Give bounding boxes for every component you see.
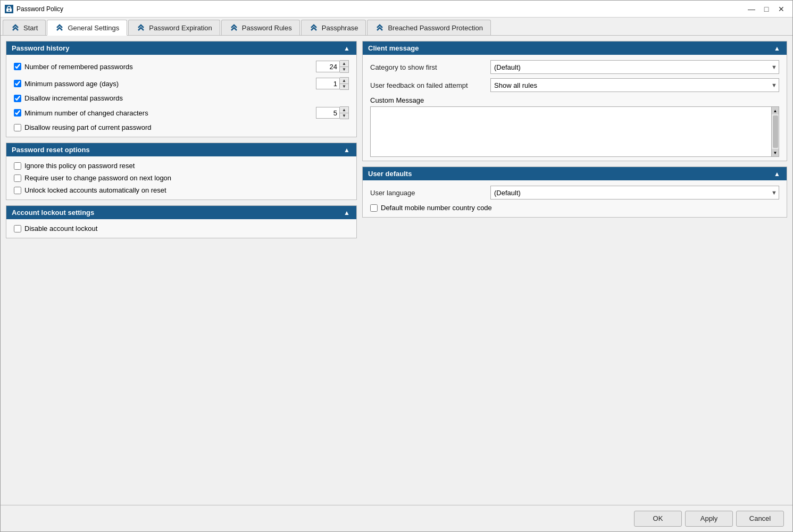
- password-history-collapse-btn[interactable]: ▲: [343, 45, 351, 52]
- tab-passphrase-label: Passphrase: [322, 24, 358, 32]
- ok-button[interactable]: OK: [634, 511, 682, 527]
- require-change-row: Require user to change password on next …: [14, 174, 349, 182]
- minimize-button[interactable]: —: [745, 3, 758, 15]
- remembered-passwords-down-btn[interactable]: ▼: [340, 66, 348, 72]
- disable-lockout-row: Disable account lockout: [14, 225, 349, 232]
- remembered-passwords-input[interactable]: [316, 61, 340, 72]
- client-message-title: Client message: [368, 44, 419, 52]
- scrollbar-up-btn[interactable]: ▲: [772, 107, 779, 114]
- right-panel: Client message ▲ Category to show first …: [362, 41, 787, 500]
- ignore-policy-checkbox[interactable]: [14, 162, 21, 170]
- maximize-button[interactable]: □: [759, 3, 773, 15]
- user-language-row: User language (Default) ▼: [370, 186, 779, 200]
- user-language-select-wrap: (Default) ▼: [490, 186, 779, 200]
- account-lockout-collapse-btn[interactable]: ▲: [343, 209, 351, 217]
- disallow-reusing-row: Disallow reusing part of current passwor…: [14, 123, 349, 131]
- min-password-age-up-btn[interactable]: ▲: [340, 78, 348, 84]
- left-panel: Password history ▲ Number of remembered …: [6, 41, 357, 500]
- unlock-locked-label: Unlock locked accounts automatically on …: [24, 186, 166, 194]
- user-language-label: User language: [370, 189, 487, 197]
- disable-lockout-checkbox-wrap: Disable account lockout: [14, 225, 349, 232]
- min-changed-chars-row: Minimum number of changed characters ▲ ▼: [14, 106, 349, 119]
- feedback-row: User feedback on failed attempt Show all…: [370, 78, 779, 92]
- remembered-passwords-checkbox[interactable]: [14, 63, 21, 70]
- min-changed-chars-up-btn[interactable]: ▲: [340, 107, 348, 113]
- password-history-body: Number of remembered passwords ▲ ▼: [6, 55, 356, 137]
- mobile-country-checkbox[interactable]: [370, 204, 378, 212]
- unlock-locked-checkbox-wrap: Unlock locked accounts automatically on …: [14, 186, 349, 194]
- min-password-age-spinner: ▲ ▼: [316, 77, 349, 90]
- tab-breached-label: Breached Password Protection: [388, 24, 482, 32]
- client-message-body: Category to show first (Default) ▼ User …: [363, 55, 787, 161]
- account-lockout-body: Disable account lockout: [6, 219, 356, 238]
- min-changed-chars-spinner-buttons: ▲ ▼: [340, 106, 349, 119]
- feedback-select-wrap: Show all rules ▼: [490, 78, 779, 92]
- tab-password-expiration-label: Password Expiration: [149, 24, 212, 32]
- category-label: Category to show first: [370, 63, 487, 71]
- user-language-select[interactable]: (Default): [490, 186, 779, 200]
- min-password-age-checkbox-wrap: Minimum password age (days): [14, 80, 313, 88]
- min-password-age-input[interactable]: [316, 78, 340, 89]
- window-controls: — □ ✕: [745, 3, 788, 15]
- password-reset-header: Password reset options ▲: [6, 143, 356, 156]
- account-lockout-title: Account lockout settings: [12, 209, 94, 217]
- tab-start-label: Start: [23, 24, 38, 32]
- tab-bar: Start General Settings Password Expirati…: [1, 18, 792, 36]
- cancel-button[interactable]: Cancel: [736, 511, 784, 527]
- remembered-passwords-row: Number of remembered passwords ▲ ▼: [14, 60, 349, 73]
- breached-protection-tab-icon: [375, 23, 385, 32]
- min-changed-chars-input[interactable]: [316, 107, 340, 119]
- tab-start[interactable]: Start: [3, 20, 46, 35]
- custom-message-container: Custom Message ▲ ▼: [370, 96, 779, 159]
- custom-message-textarea[interactable]: [370, 106, 772, 157]
- bottom-bar: OK Apply Cancel: [1, 505, 792, 531]
- min-password-age-label: Minimum password age (days): [24, 80, 119, 88]
- disable-lockout-checkbox[interactable]: [14, 225, 21, 232]
- min-password-age-checkbox[interactable]: [14, 80, 21, 87]
- tab-password-rules[interactable]: Password Rules: [221, 20, 300, 35]
- user-defaults-body: User language (Default) ▼ Default mobil: [363, 180, 787, 217]
- custom-message-area-wrap: ▲ ▼: [370, 106, 779, 159]
- title-bar: Password Policy — □ ✕: [1, 1, 792, 18]
- svg-rect-3: [9, 10, 10, 11]
- disallow-incremental-checkbox[interactable]: [14, 95, 21, 102]
- content-area: Password history ▲ Number of remembered …: [1, 36, 792, 505]
- password-history-title: Password history: [12, 44, 69, 52]
- min-changed-chars-down-btn[interactable]: ▼: [340, 113, 348, 119]
- apply-button[interactable]: Apply: [685, 511, 733, 527]
- mobile-country-checkbox-wrap: Default mobile number country code: [370, 204, 779, 212]
- min-password-age-down-btn[interactable]: ▼: [340, 84, 348, 89]
- require-change-label: Require user to change password on next …: [24, 174, 171, 182]
- client-message-header: Client message ▲: [363, 41, 787, 55]
- category-select-wrap: (Default) ▼: [490, 60, 779, 74]
- ignore-policy-checkbox-wrap: Ignore this policy on password reset: [14, 162, 349, 170]
- start-tab-icon: [11, 23, 20, 32]
- require-change-checkbox[interactable]: [14, 174, 21, 182]
- password-reset-section: Password reset options ▲ Ignore this pol…: [6, 143, 357, 200]
- close-button[interactable]: ✕: [774, 3, 788, 15]
- unlock-locked-checkbox[interactable]: [14, 187, 21, 194]
- disallow-incremental-row: Disallow incremental passwords: [14, 94, 349, 102]
- user-defaults-collapse-btn[interactable]: ▲: [773, 170, 781, 178]
- min-password-age-spinner-buttons: ▲ ▼: [340, 77, 349, 90]
- tab-passphrase[interactable]: Passphrase: [301, 20, 366, 35]
- require-change-checkbox-wrap: Require user to change password on next …: [14, 174, 349, 182]
- min-changed-chars-checkbox-wrap: Minimum number of changed characters: [14, 109, 313, 117]
- tab-general-settings[interactable]: General Settings: [47, 20, 127, 36]
- scrollbar-thumb: [773, 115, 778, 148]
- disallow-reusing-checkbox[interactable]: [14, 124, 21, 131]
- category-select[interactable]: (Default): [490, 60, 779, 74]
- user-defaults-header: User defaults ▲: [363, 167, 787, 180]
- min-changed-chars-checkbox[interactable]: [14, 109, 21, 117]
- tab-password-expiration[interactable]: Password Expiration: [128, 20, 220, 35]
- remembered-passwords-label: Number of remembered passwords: [24, 63, 133, 71]
- tab-breached-password-protection[interactable]: Breached Password Protection: [367, 20, 490, 35]
- client-message-collapse-btn[interactable]: ▲: [773, 45, 781, 52]
- scrollbar-down-btn[interactable]: ▼: [772, 149, 779, 156]
- feedback-select[interactable]: Show all rules: [490, 78, 779, 92]
- password-history-section: Password history ▲ Number of remembered …: [6, 41, 357, 137]
- remembered-passwords-up-btn[interactable]: ▲: [340, 61, 348, 66]
- password-reset-collapse-btn[interactable]: ▲: [343, 146, 351, 154]
- passphrase-tab-icon: [309, 23, 319, 32]
- password-history-header: Password history ▲: [6, 41, 356, 55]
